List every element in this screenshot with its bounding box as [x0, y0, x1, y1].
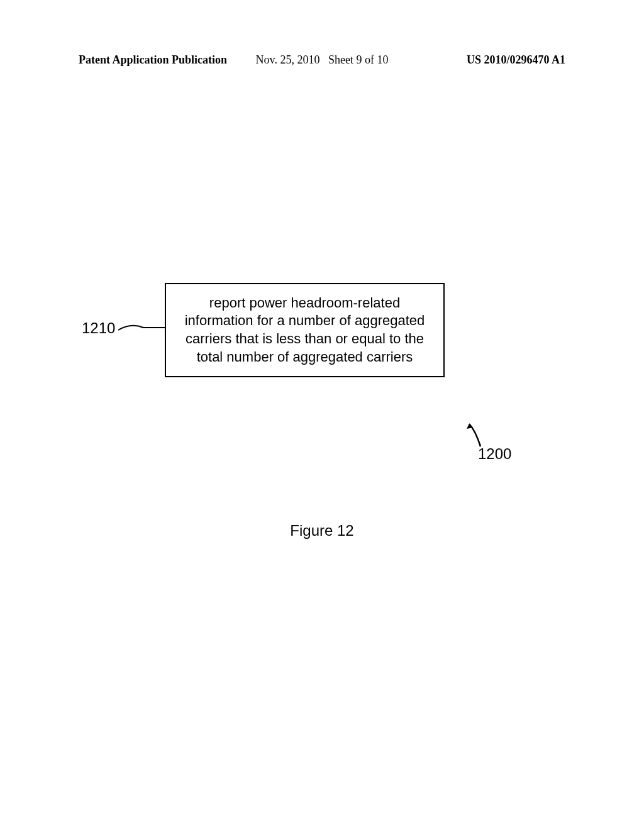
reference-numeral-1200: 1200: [478, 445, 511, 463]
figure-caption: Figure 12: [0, 522, 644, 540]
header-publication-number: US 2010/0296470 A1: [467, 53, 565, 67]
flowchart-step-text: report power headroom-related informatio…: [177, 294, 432, 366]
page-header: Patent Application Publication Nov. 25, …: [0, 53, 644, 67]
flowchart-step-box: report power headroom-related informatio…: [165, 283, 445, 377]
header-publication-type: Patent Application Publication: [79, 53, 227, 67]
reference-numeral-1210: 1210: [82, 319, 115, 337]
header-sheet: Sheet 9 of 10: [328, 53, 388, 66]
header-date: Nov. 25, 2010: [256, 53, 320, 66]
header-date-sheet: Nov. 25, 2010 Sheet 9 of 10: [256, 53, 389, 67]
leader-line-1210: [118, 323, 165, 335]
